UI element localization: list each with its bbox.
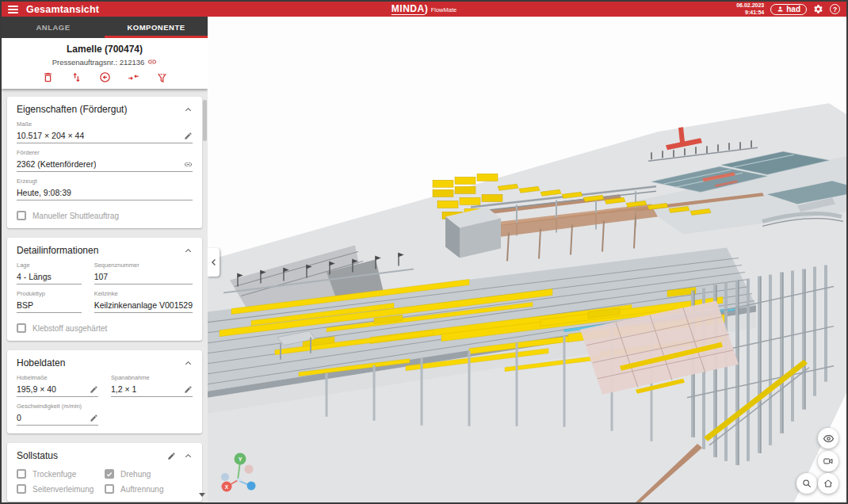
link-icon[interactable] <box>184 160 193 169</box>
axis-neg-z <box>221 473 229 481</box>
brand-text: MINDA <box>392 4 425 15</box>
checkbox[interactable] <box>17 484 26 494</box>
section-detailinformationen: Detailinformationen Lage 4 - Längs Seque… <box>7 238 202 341</box>
checkbox-label: Klebstoff ausgehärtet <box>32 324 107 333</box>
field-value: 0 <box>17 413 21 422</box>
section-title: Detailinformationen <box>17 245 98 256</box>
sidebar-tabbar: ANLAGE KOMPONENTE <box>2 17 208 38</box>
component-title: Lamelle (700474) <box>2 44 208 55</box>
app-header: Gesamtansicht MINDA) FlowMate 06.02.2023… <box>2 2 846 17</box>
field-lage: Lage 4 - Längs <box>17 262 82 284</box>
field-hobelmasse: Hobelmaße 195,9 × 40 <box>17 374 98 397</box>
page-title: Gesamtansicht <box>26 4 99 15</box>
section-eigenschaften: Eigenschaften (Fördergut) Maße 10.517 × … <box>7 97 202 228</box>
checkbox-shuttle: Manueller Shuttleauftrag <box>17 211 193 220</box>
edit-icon[interactable] <box>90 414 98 422</box>
3d-scene[interactable] <box>208 17 846 502</box>
checkbox-label: Auftrennung <box>120 485 164 494</box>
settings-button[interactable] <box>813 4 823 14</box>
checkbox[interactable] <box>17 469 26 479</box>
field-label: Sequenznummer <box>94 262 193 269</box>
axis-gizmo[interactable]: Y X <box>217 450 266 494</box>
datetime: 06.02.2023 9:41:54 <box>736 2 764 17</box>
section-title: Sollstatus <box>17 450 58 461</box>
link-icon[interactable] <box>147 57 157 67</box>
menu-icon[interactable] <box>8 6 18 13</box>
collapse-icon[interactable] <box>184 359 193 368</box>
delete-button[interactable] <box>42 71 54 83</box>
sidebar-collapse-handle[interactable] <box>208 248 220 277</box>
press-order-label: Pressenauftragsnr.: 212136 <box>52 58 145 67</box>
grey-cabin <box>445 207 501 258</box>
edit-icon[interactable] <box>167 452 176 460</box>
component-card: Lamelle (700474) Pressenauftragsnr.: 212… <box>2 38 208 89</box>
field-label: Produkttyp <box>17 290 82 297</box>
undo-button[interactable] <box>99 71 111 83</box>
filter-button[interactable] <box>156 71 168 83</box>
section-list: Eigenschaften (Fördergut) Maße 10.517 × … <box>2 89 208 502</box>
field-erzeugt: Erzeugt Heute, 9:08:39 <box>17 178 193 200</box>
move-button[interactable] <box>71 71 82 83</box>
help-icon[interactable]: ? <box>830 4 840 14</box>
field-label: Keilzinke <box>94 290 193 297</box>
field-value: BSP <box>17 300 33 310</box>
checkbox[interactable] <box>17 211 26 220</box>
checkbox[interactable] <box>17 323 26 333</box>
section-hobeldaten: Hobeldaten Hobelmaße 195,9 × 40 Spanabna… <box>7 350 202 433</box>
field-label: Förderer <box>17 149 193 156</box>
field-masse: Maße 10.517 × 204 × 44 <box>17 120 193 143</box>
field-label: Geschwindigkeit (m/min) <box>17 403 98 410</box>
checkbox-drehung: Drehung <box>105 469 193 479</box>
checkbox-label: Drehung <box>120 470 151 479</box>
field-label: Lage <box>17 262 82 269</box>
field-label: Erzeugt <box>17 178 193 185</box>
edit-icon[interactable] <box>184 132 193 140</box>
tab-komponente[interactable]: KOMPONENTE <box>105 17 208 38</box>
axis-z-ball <box>247 482 256 491</box>
date-text: 06.02.2023 <box>736 2 764 10</box>
field-value: 1,2 × 1 <box>111 384 136 394</box>
checkbox[interactable] <box>105 484 114 494</box>
field-label: Maße <box>17 120 193 128</box>
scroll-down-icon[interactable] <box>199 493 205 497</box>
field-produkttyp: Produkttyp BSP <box>17 290 82 313</box>
collapse-icon[interactable] <box>184 105 193 114</box>
checkbox-label: Manueller Shuttleauftrag <box>32 212 119 220</box>
field-value: Heute, 9:08:39 <box>17 188 71 197</box>
visibility-button[interactable] <box>818 428 838 449</box>
collapse-icon[interactable] <box>184 246 193 255</box>
edit-icon[interactable] <box>90 385 98 394</box>
home-view-button[interactable] <box>818 473 838 494</box>
axis-y-label: Y <box>239 456 243 462</box>
zoom-search-button[interactable] <box>796 473 817 494</box>
checkbox-label: Trockenfuge <box>32 470 76 479</box>
checkbox-checked[interactable] <box>105 469 114 479</box>
field-keilzinke: Keilzinke Keilzinkenanlage V001529 <box>94 290 193 313</box>
axis-x-label: X <box>225 484 229 490</box>
camera-view-button[interactable] <box>818 451 838 472</box>
chevron-left-icon <box>210 257 218 268</box>
component-sidebar: Lamelle (700474) Pressenauftragsnr.: 212… <box>2 38 208 502</box>
edit-icon[interactable] <box>184 385 193 394</box>
field-spanabnahme: Spanabnahme 1,2 × 1 <box>111 374 193 397</box>
field-value: Keilzinkenanlage V001529 <box>94 300 193 310</box>
field-foerderer: Förderer 2362 (Kettenförderer) <box>17 149 193 172</box>
field-label: Hobelmaße <box>17 374 98 381</box>
field-value: 195,9 × 40 <box>17 384 56 394</box>
section-sollstatus: Sollstatus Trockenfuge Drehung Seitenv <box>7 443 202 502</box>
tab-anlage[interactable]: ANLAGE <box>2 17 105 38</box>
merge-button[interactable] <box>128 71 139 83</box>
magnifier-icon <box>801 478 812 489</box>
collapse-icon[interactable] <box>184 452 193 460</box>
product-text: FlowMate <box>431 6 457 13</box>
user-badge[interactable]: had <box>770 4 807 15</box>
3d-viewport: Y X <box>208 17 846 502</box>
user-name: had <box>786 5 800 13</box>
sidebar-scrollbar[interactable] <box>203 100 207 141</box>
home-icon <box>823 478 834 489</box>
user-icon <box>777 6 784 13</box>
section-title: Eigenschaften (Fördergut) <box>17 104 127 115</box>
eye-icon <box>823 433 835 445</box>
app-logo: MINDA) FlowMate <box>392 4 456 15</box>
field-label: Spanabnahme <box>111 374 193 381</box>
